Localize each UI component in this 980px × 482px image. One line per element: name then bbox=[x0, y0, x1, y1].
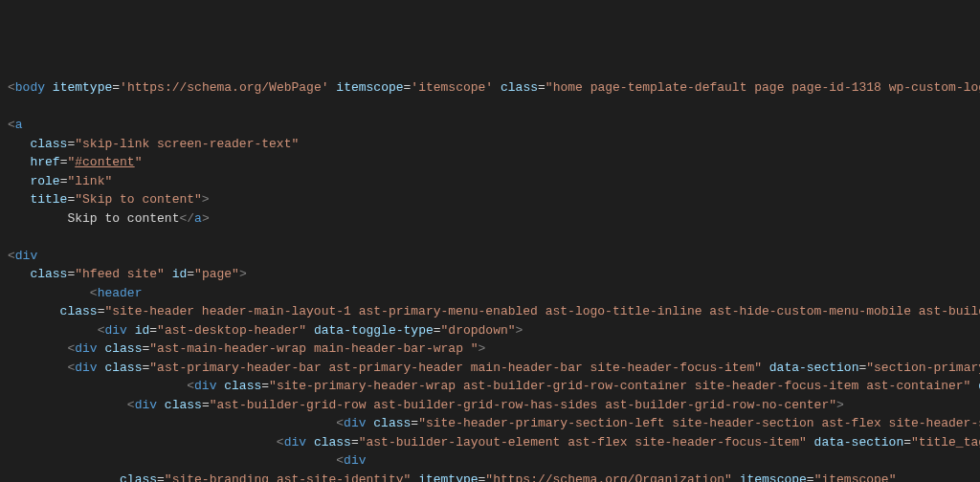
attr-class: class bbox=[120, 472, 157, 483]
tag-body: body bbox=[15, 80, 45, 95]
attr-class: class bbox=[30, 267, 67, 281]
attr-class: class bbox=[224, 379, 261, 393]
attr-itemscope: itemscope bbox=[336, 80, 403, 95]
val-class: "skip-link screen-reader-text" bbox=[75, 137, 299, 151]
attr-class: class bbox=[60, 304, 98, 318]
tag-a: a bbox=[15, 118, 23, 132]
code-editor[interactable]: <body itemtype='https://schema.org/WebPa… bbox=[8, 78, 972, 482]
tag-div: div bbox=[75, 361, 97, 375]
attr-toggle: data-toggle-type bbox=[314, 323, 434, 338]
val-itemtype: "https://schema.org/Organization" bbox=[485, 472, 731, 483]
tag-div: div bbox=[15, 249, 37, 263]
val-itemtype: 'https://schema.org/WebPage' bbox=[120, 80, 328, 95]
attr-class: class bbox=[30, 137, 67, 151]
attr-class: class bbox=[104, 361, 142, 375]
tag-div: div bbox=[344, 416, 366, 430]
attr-id: id bbox=[172, 267, 188, 281]
val-toggle: "dropdown" bbox=[441, 323, 516, 338]
val-class: "site-header header-main-layout-1 ast-pr… bbox=[104, 304, 980, 318]
val-class: "ast-builder-layout-element ast-flex sit… bbox=[359, 435, 807, 449]
attr-itemtype: itemtype bbox=[53, 80, 112, 95]
val-itemscope: 'itemscope' bbox=[411, 80, 493, 95]
attr-section: data-section bbox=[814, 435, 904, 449]
val-href-close: " bbox=[135, 155, 143, 169]
val-class: "site-primary-header-wrap ast-builder-gr… bbox=[269, 379, 970, 393]
tag-div: div bbox=[135, 398, 157, 412]
text-skip: Skip to content bbox=[67, 211, 179, 226]
val-class: "site-branding ast-site-identity" bbox=[165, 472, 411, 483]
tag-div: div bbox=[194, 379, 216, 393]
attr-class: class bbox=[104, 341, 142, 356]
val-class: "ast-primary-header-bar ast-primary-head… bbox=[149, 361, 762, 375]
attr-title: title bbox=[30, 192, 67, 207]
val-itemscope: "itemscope" bbox=[814, 472, 897, 483]
val-class: "site-header-primary-section-left site-h… bbox=[418, 416, 980, 430]
val-section: "title_tagline" bbox=[911, 435, 980, 449]
val-role: "link" bbox=[67, 174, 112, 188]
attr-class: class bbox=[373, 416, 411, 430]
val-class: "home page-template-default page page-id… bbox=[546, 80, 980, 95]
val-section: "section-primary-header- bbox=[866, 361, 980, 375]
link-content[interactable]: #content bbox=[75, 155, 134, 169]
attr-href: href bbox=[30, 155, 59, 169]
attr-itemscope: itemscope bbox=[740, 472, 807, 483]
val-class: "ast-main-header-wrap main-header-bar-wr… bbox=[149, 341, 478, 356]
val-id: "page" bbox=[194, 267, 239, 281]
val-id: "ast-desktop-header" bbox=[157, 323, 306, 338]
attr-itemtype: itemtype bbox=[418, 472, 478, 483]
val-title: "Skip to content" bbox=[75, 192, 202, 207]
attr-class: class bbox=[501, 80, 538, 95]
tag-header: header bbox=[98, 286, 143, 300]
tag-div: div bbox=[104, 323, 126, 338]
attr-id: id bbox=[135, 323, 150, 338]
attr-class: class bbox=[314, 435, 351, 449]
attr-class: class bbox=[165, 398, 202, 412]
attr-section: data-section bbox=[769, 361, 859, 375]
val-class: "hfeed site" bbox=[75, 267, 165, 281]
attr-role: role bbox=[30, 174, 59, 188]
tag-div: div bbox=[284, 435, 306, 449]
tag-a-close: a bbox=[194, 211, 202, 226]
tag-div: div bbox=[344, 453, 366, 468]
tag-div: div bbox=[75, 341, 97, 356]
val-class: "ast-builder-grid-row ast-builder-grid-r… bbox=[210, 398, 836, 412]
